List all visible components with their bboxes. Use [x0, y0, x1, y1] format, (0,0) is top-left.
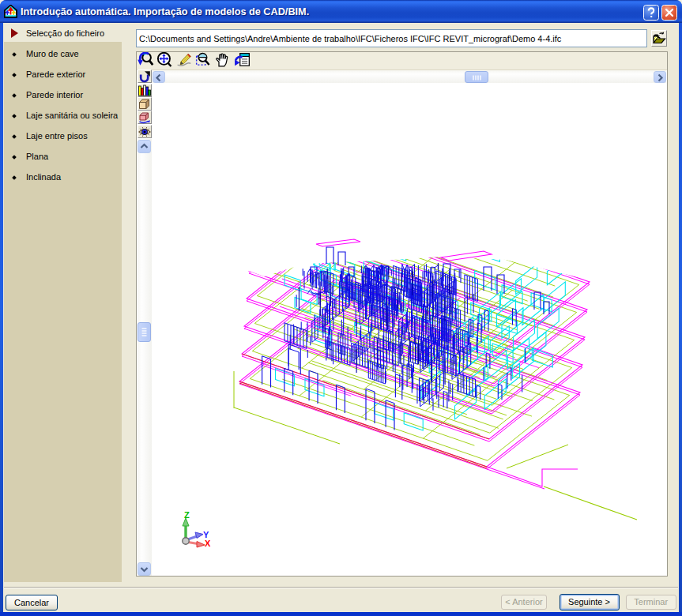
svg-text:Z: Z	[184, 510, 190, 520]
svg-text:X: X	[205, 539, 211, 548]
